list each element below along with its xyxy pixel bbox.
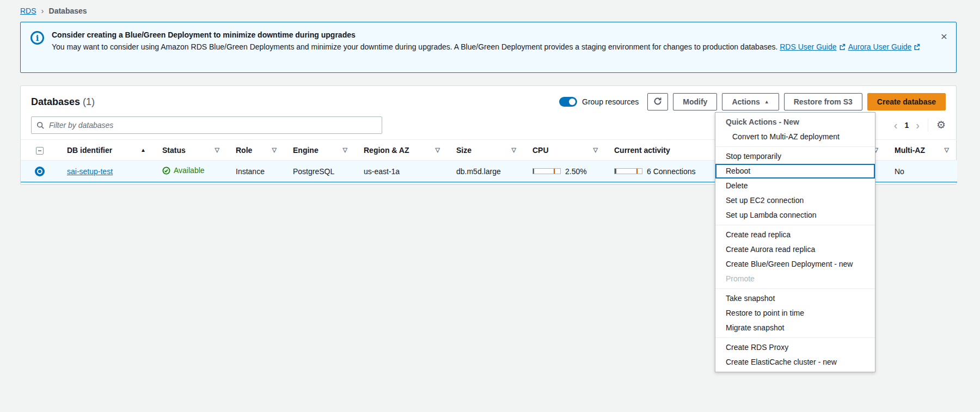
previous-page-button[interactable]: ‹ [894, 120, 898, 130]
menu-item-convert-multi-az[interactable]: Convert to Multi-AZ deployment [715, 130, 875, 144]
refresh-button[interactable] [647, 93, 668, 110]
breadcrumb-rds-link[interactable]: RDS [20, 7, 36, 15]
page-title: Databases [31, 96, 80, 108]
column-label: Region & AZ [364, 146, 409, 155]
chevron-up-icon: ▲ [764, 99, 769, 104]
info-icon: i [30, 31, 44, 45]
gear-icon[interactable]: ⚙ [936, 120, 946, 131]
activity-meter [614, 168, 642, 174]
pagination: ‹ 1 › ⚙ [894, 119, 946, 132]
close-icon[interactable]: × [941, 31, 947, 42]
menu-item-create-elasticache-cluster[interactable]: Create ElastiCache cluster - new [715, 355, 875, 370]
sort-asc-icon[interactable]: ▲ [140, 147, 146, 153]
column-label: DB identifier [67, 146, 112, 155]
column-label: Role [236, 146, 252, 155]
menu-divider [715, 146, 875, 147]
breadcrumb-current: Databases [49, 7, 87, 15]
filter-icon[interactable]: ▽ [436, 146, 440, 153]
pagination-divider [928, 119, 928, 132]
actions-button[interactable]: Actions▲ [722, 93, 779, 110]
cpu-threshold-tick [554, 169, 555, 174]
column-header-multi-az[interactable]: Multi-AZ▽ [886, 140, 957, 161]
db-identifier-link[interactable]: sai-setup-test [67, 167, 113, 176]
toolbar-controls: Group resources Modify Actions▲ Restore … [559, 93, 946, 110]
external-link-icon [839, 42, 846, 53]
menu-item-create-blue-green-deployment[interactable]: Create Blue/Green Deployment - new [715, 257, 875, 272]
menu-item-take-snapshot[interactable]: Take snapshot [715, 291, 875, 306]
menu-item-setup-lambda-connection[interactable]: Set up Lambda connection [715, 208, 875, 223]
menu-header-quick-actions: Quick Actions - New [715, 115, 875, 130]
column-label: CPU [532, 146, 549, 155]
menu-item-create-rds-proxy[interactable]: Create RDS Proxy [715, 340, 875, 355]
refresh-icon [653, 97, 662, 107]
next-page-button[interactable]: › [916, 120, 920, 130]
restore-from-s3-button[interactable]: Restore from S3 [784, 93, 862, 110]
column-header-role[interactable]: Role▽ [228, 140, 285, 161]
menu-divider [715, 225, 875, 225]
current-page-number[interactable]: 1 [904, 121, 909, 130]
group-resources-label: Group resources [582, 97, 639, 106]
cpu-meter-fill [533, 169, 534, 174]
column-header-cpu[interactable]: CPU▽ [524, 140, 606, 161]
engine-cell: PostgreSQL [285, 161, 356, 182]
row-radio-selected[interactable] [35, 167, 45, 176]
cpu-value: 2.50% [565, 167, 587, 176]
toggle-on-icon [559, 97, 577, 107]
column-header-size[interactable]: Size▽ [448, 140, 524, 161]
breadcrumb: RDS › Databases [20, 6, 87, 15]
banner-content: Consider creating a Blue/Green Deploymen… [52, 30, 941, 53]
rds-user-guide-link[interactable]: RDS User Guide [780, 42, 836, 51]
menu-item-promote: Promote [715, 272, 875, 286]
menu-item-stop-temporarily[interactable]: Stop temporarily [715, 149, 875, 164]
menu-item-restore-point-in-time[interactable]: Restore to point in time [715, 306, 875, 321]
modify-button[interactable]: Modify [673, 93, 717, 110]
actions-button-label: Actions [732, 97, 759, 106]
column-label: Size [456, 146, 471, 155]
databases-count: (1) [83, 96, 95, 108]
create-database-button[interactable]: Create database [867, 93, 946, 110]
banner-title: Consider creating a Blue/Green Deploymen… [52, 30, 924, 40]
aurora-user-guide-link[interactable]: Aurora User Guide [848, 42, 912, 51]
filter-icon[interactable]: ▽ [215, 146, 219, 153]
menu-item-migrate-snapshot[interactable]: Migrate snapshot [715, 321, 875, 335]
menu-item-reboot[interactable]: Reboot [715, 164, 875, 179]
filter-icon[interactable]: ▽ [512, 146, 516, 153]
filter-icon[interactable]: ▽ [343, 146, 347, 153]
status-badge: Available [162, 166, 205, 175]
column-label: Current activity [614, 146, 670, 155]
column-header-db-identifier[interactable]: DB identifier▲ [59, 140, 154, 161]
menu-item-delete[interactable]: Delete [715, 179, 875, 193]
column-label: Multi-AZ [895, 146, 925, 155]
search-icon [36, 121, 44, 129]
banner-text: You may want to consider using Amazon RD… [52, 42, 777, 51]
activity-threshold-tick [636, 169, 638, 174]
column-header-status[interactable]: Status▽ [154, 140, 228, 161]
filter-icon[interactable]: ▽ [593, 146, 598, 153]
toggle-knob [569, 99, 575, 105]
column-header-region-az[interactable]: Region & AZ▽ [356, 140, 448, 161]
multi-az-cell: No [886, 161, 957, 182]
role-cell: Instance [228, 161, 285, 182]
info-banner: i Consider creating a Blue/Green Deploym… [20, 22, 957, 73]
filter-icon[interactable]: ▽ [272, 146, 277, 153]
filter-icon[interactable]: ▽ [945, 146, 949, 153]
filter-databases-input[interactable] [31, 116, 382, 134]
menu-divider [715, 288, 875, 289]
column-header-engine[interactable]: Engine▽ [285, 140, 356, 161]
menu-item-setup-ec2-connection[interactable]: Set up EC2 connection [715, 193, 875, 208]
search-box [31, 116, 382, 134]
column-label: Status [162, 146, 186, 155]
current-activity-value: 6 Connections [647, 167, 696, 176]
size-cell: db.m5d.large [448, 161, 524, 182]
breadcrumb-separator-icon: › [41, 6, 44, 15]
banner-body: You may want to consider using Amazon RD… [52, 42, 924, 53]
rds-databases-page: RDS › Databases i Consider creating a Bl… [0, 0, 980, 412]
menu-item-create-read-replica[interactable]: Create read replica [715, 227, 875, 242]
cpu-meter [532, 168, 561, 174]
column-label: Engine [293, 146, 318, 155]
cpu-cell: 2.50% [524, 161, 606, 182]
region-az-cell: us-east-1a [356, 161, 448, 182]
menu-item-create-aurora-read-replica[interactable]: Create Aurora read replica [715, 242, 875, 257]
group-resources-toggle[interactable]: Group resources [559, 97, 639, 107]
select-all-checkbox[interactable] [36, 147, 44, 155]
